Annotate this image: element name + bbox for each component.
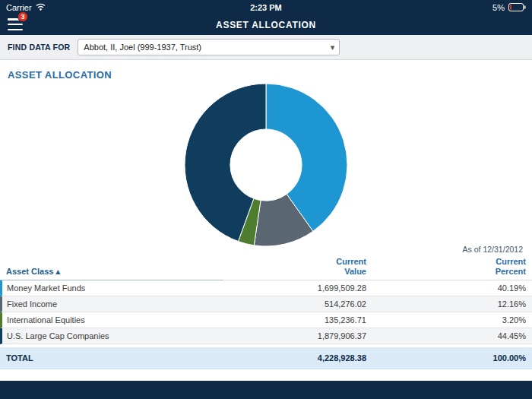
current-value-cell: 135,236.71: [223, 312, 372, 328]
find-data-select-wrap: Abbot, II, Joel (999-1937, Trust) ▾: [78, 39, 340, 55]
battery-icon: [508, 3, 526, 13]
current-value-cell: 1,699,509.28: [223, 280, 372, 296]
carrier-label: Carrier: [6, 3, 32, 12]
bottom-toolbar: [0, 381, 532, 399]
total-value: 4,228,928.38: [223, 344, 372, 369]
asset-class-cell: Money Market Funds: [0, 280, 223, 296]
notification-badge: 3: [17, 11, 28, 22]
chart-area: [0, 82, 532, 248]
header-asset-class-label: Asset Class: [6, 267, 53, 276]
page-title: ASSET ALLOCATION: [216, 20, 316, 30]
asset-class-cell: U.S. Large Cap Companies: [0, 328, 223, 344]
asset-allocation-table: Asset Class ▴ Current Value Current Perc…: [0, 255, 532, 369]
table-header-row: Asset Class ▴ Current Value Current Perc…: [0, 255, 532, 280]
nav-bar: 3 ASSET ALLOCATION: [0, 15, 532, 35]
asset-allocation-donut-chart: [182, 82, 350, 248]
find-data-select[interactable]: Abbot, II, Joel (999-1937, Trust): [78, 39, 340, 55]
find-data-bar: FIND DATA FOR Abbot, II, Joel (999-1937,…: [0, 35, 532, 60]
current-percent-cell: 44.45%: [372, 328, 532, 344]
current-value-cell: 514,276.02: [223, 296, 372, 312]
asset-class-cell: International Equities: [0, 312, 223, 328]
battery-percent-label: 5%: [492, 3, 505, 12]
header-asset-class[interactable]: Asset Class ▴: [0, 255, 223, 280]
asset-class-cell: Fixed Income: [0, 296, 223, 312]
current-percent-cell: 3.20%: [372, 312, 532, 328]
status-bar: Carrier 2:23 PM 5%: [0, 0, 532, 15]
find-data-label: FIND DATA FOR: [8, 43, 70, 52]
section-heading: ASSET ALLOCATION: [0, 60, 532, 81]
header-current-value[interactable]: Current Value: [223, 255, 372, 280]
header-current-percent[interactable]: Current Percent: [372, 255, 532, 280]
sort-asc-icon: ▴: [55, 267, 60, 276]
table-row[interactable]: Fixed Income 514,276.02 12.16%: [0, 296, 532, 312]
menu-icon[interactable]: 3: [8, 18, 23, 30]
current-percent-cell: 12.16%: [372, 296, 532, 312]
current-value-cell: 1,879,906.37: [223, 328, 372, 344]
table-row[interactable]: Money Market Funds 1,699,509.28 40.19%: [0, 280, 532, 296]
table-row[interactable]: International Equities 135,236.71 3.20%: [0, 312, 532, 328]
total-percent: 100.00%: [372, 344, 532, 369]
current-percent-cell: 40.19%: [372, 280, 532, 296]
total-row: TOTAL 4,228,928.38 100.00%: [0, 344, 532, 369]
table-row[interactable]: U.S. Large Cap Companies 1,879,906.37 44…: [0, 328, 532, 344]
clock: 2:23 PM: [250, 3, 282, 12]
wifi-icon: [36, 3, 46, 12]
total-label: TOTAL: [0, 344, 223, 369]
